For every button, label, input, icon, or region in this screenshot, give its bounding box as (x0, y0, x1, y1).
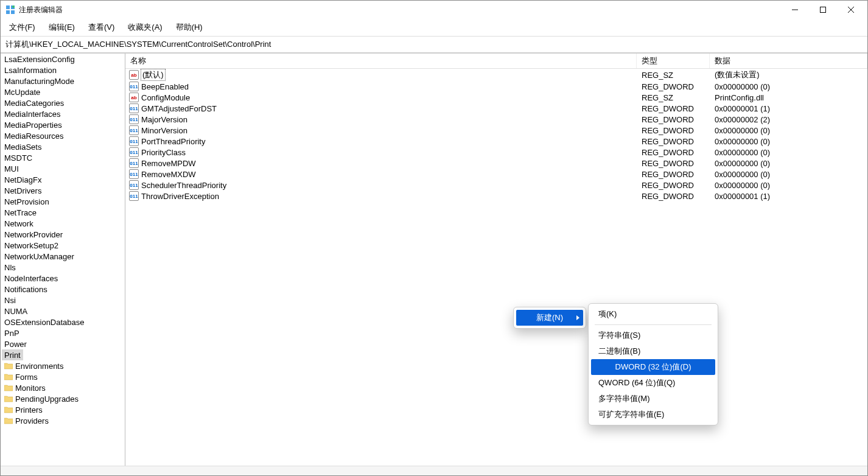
value-row[interactable]: 011RemoveMPDWREG_DWORD0x00000000 (0) (125, 158, 867, 169)
value-icon: 011 (129, 169, 139, 179)
value-icon: 011 (129, 147, 139, 157)
value-data: 0x00000000 (0) (710, 181, 867, 190)
tree-item[interactable]: MediaResources (1, 130, 125, 141)
addressbar[interactable]: 计算机\HKEY_LOCAL_MACHINE\SYSTEM\CurrentCon… (1, 37, 867, 53)
window-title: 注册表编辑器 (19, 5, 781, 15)
context-menu-qword[interactable]: QWORD (64 位)值(Q) (591, 375, 715, 391)
close-button[interactable] (837, 1, 865, 19)
list-pane[interactable]: 名称 类型 数据 ab(默认)REG_SZ(数值未设置)011BeepEnabl… (125, 54, 867, 466)
tree-item[interactable]: NetDiagFx (1, 174, 125, 185)
value-row[interactable]: 011ThrowDriverExceptionREG_DWORD0x000000… (125, 191, 867, 201)
column-type[interactable]: 类型 (637, 54, 710, 68)
tree-item[interactable]: MediaSets (1, 141, 125, 152)
column-data[interactable]: 数据 (710, 54, 867, 68)
context-menu-key[interactable]: 项(K) (591, 306, 715, 322)
value-row[interactable]: abConfigModuleREG_SZPrintConfig.dll (125, 92, 867, 103)
content-area: LsaExtensionConfigLsaInformationManufact… (1, 53, 867, 466)
value-data: 0x00000000 (0) (710, 126, 867, 135)
menu-edit[interactable]: 编辑(E) (46, 21, 77, 34)
context-menu-string[interactable]: 字符串值(S) (591, 327, 715, 343)
tree-item[interactable]: NetworkUxManager (1, 251, 125, 262)
tree-item[interactable]: Notifications (1, 284, 125, 295)
tree-item[interactable]: ManufacturingMode (1, 75, 125, 86)
value-name: RemoveMPDW (141, 159, 196, 168)
value-row[interactable]: 011MinorVersionREG_DWORD0x00000000 (0) (125, 125, 867, 136)
value-name: RemoveMXDW (141, 170, 196, 179)
tree-item[interactable]: LsaExtensionConfig (1, 54, 125, 65)
folder-icon (4, 374, 13, 380)
context-menu-new[interactable]: 新建(N) (516, 310, 583, 326)
menubar: 文件(F) 编辑(E) 查看(V) 收藏夹(A) 帮助(H) (1, 19, 867, 37)
value-row[interactable]: 011SchedulerThreadPriorityREG_DWORD0x000… (125, 180, 867, 191)
menu-file[interactable]: 文件(F) (7, 21, 38, 34)
value-icon: 011 (129, 103, 139, 113)
value-icon: ab (129, 93, 139, 102)
tree-item-label: Providers (15, 416, 49, 425)
menu-help[interactable]: 帮助(H) (173, 21, 205, 34)
tree-item[interactable]: MediaInterfaces (1, 108, 125, 119)
tree-item[interactable]: NUMA (1, 306, 125, 317)
maximize-button[interactable] (809, 1, 837, 19)
titlebar: 注册表编辑器 (1, 1, 867, 19)
tree-item-child[interactable]: PendingUpgrades (1, 393, 125, 404)
context-menu-multistring[interactable]: 多字符串值(M) (591, 391, 715, 407)
svg-rect-6 (821, 7, 826, 13)
tree-item[interactable]: Power (1, 338, 125, 349)
value-data: PrintConfig.dll (710, 93, 867, 102)
context-menu-dword[interactable]: DWORD (32 位)值(D) (591, 359, 715, 375)
tree-item[interactable]: NetTrace (1, 207, 125, 218)
tree-item-label: Monitors (15, 383, 46, 393)
menu-view[interactable]: 查看(V) (86, 21, 117, 34)
value-type: REG_DWORD (637, 159, 710, 168)
value-type: REG_DWORD (637, 192, 710, 201)
value-name: BeepEnabled (141, 82, 189, 91)
minimize-button[interactable] (781, 1, 809, 19)
tree-item[interactable]: MediaProperties (1, 119, 125, 130)
tree-item-child[interactable]: Monitors (1, 382, 125, 393)
tree-item-child[interactable]: Forms (1, 371, 125, 382)
tree-item[interactable]: MSDTC (1, 152, 125, 163)
column-name[interactable]: 名称 (125, 54, 637, 68)
tree-item[interactable]: NodeInterfaces (1, 273, 125, 284)
tree-item[interactable]: Nsi (1, 295, 125, 306)
tree-item[interactable]: PnP (1, 327, 125, 338)
context-menu-binary[interactable]: 二进制值(B) (591, 343, 715, 359)
value-icon: 011 (129, 180, 139, 190)
value-row[interactable]: ab(默认)REG_SZ(数值未设置) (125, 69, 867, 81)
value-row[interactable]: 011PortThreadPriorityREG_DWORD0x00000000… (125, 136, 867, 147)
tree-item[interactable]: LsaInformation (1, 65, 125, 75)
value-type: REG_DWORD (637, 148, 710, 157)
value-data: 0x00000001 (1) (710, 104, 867, 113)
tree-item[interactable]: MediaCategories (1, 97, 125, 108)
value-icon: 011 (129, 114, 139, 124)
tree-item[interactable]: NetProvision (1, 196, 125, 207)
value-name: ConfigModule (141, 93, 190, 102)
tree-item[interactable]: NetworkSetup2 (1, 240, 125, 251)
value-type: REG_DWORD (637, 104, 710, 113)
window-root: 注册表编辑器 文件(F) 编辑(E) 查看(V) 收藏夹(A) 帮助(H) 计算… (0, 0, 868, 476)
value-data: 0x00000000 (0) (710, 137, 867, 146)
folder-icon (4, 407, 13, 413)
menu-favorites[interactable]: 收藏夹(A) (125, 21, 164, 34)
tree-item-child[interactable]: Providers (1, 415, 125, 426)
folder-icon (4, 363, 13, 369)
value-row[interactable]: 011BeepEnabledREG_DWORD0x00000000 (0) (125, 81, 867, 92)
tree-item-child[interactable]: Environments (1, 360, 125, 371)
tree-item[interactable]: Nls (1, 262, 125, 273)
tree-item[interactable]: Network (1, 218, 125, 229)
tree-item-child[interactable]: Printers (1, 404, 125, 415)
tree-item[interactable]: McUpdate (1, 86, 125, 97)
value-row[interactable]: 011RemoveMXDWREG_DWORD0x00000000 (0) (125, 169, 867, 180)
context-menu-expandstring[interactable]: 可扩充字符串值(E) (591, 407, 715, 422)
tree-item[interactable]: MUI (1, 163, 125, 174)
value-type: REG_DWORD (637, 181, 710, 190)
tree-item[interactable]: OSExtensionDatabase (1, 317, 125, 327)
tree-item[interactable]: Print (2, 349, 23, 360)
tree-pane[interactable]: LsaExtensionConfigLsaInformationManufact… (1, 54, 125, 466)
value-row[interactable]: 011GMTAdjustedForDSTREG_DWORD0x00000001 … (125, 103, 867, 114)
value-row[interactable]: 011PriorityClassREG_DWORD0x00000000 (0) (125, 147, 867, 158)
value-row[interactable]: 011MajorVersionREG_DWORD0x00000002 (2) (125, 114, 867, 125)
context-menu-separator (595, 324, 712, 325)
tree-item[interactable]: NetDrivers (1, 185, 125, 196)
tree-item[interactable]: NetworkProvider (1, 229, 125, 240)
